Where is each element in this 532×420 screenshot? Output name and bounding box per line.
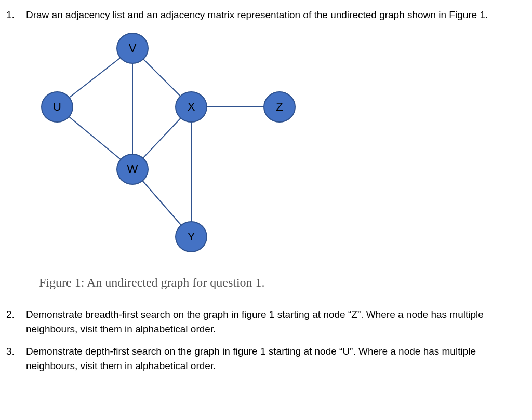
- node-u: U: [41, 91, 73, 123]
- question-number: 3.: [5, 344, 26, 374]
- question-1: 1. Draw an adjacency list and an adjacen…: [5, 8, 524, 23]
- question-2: 2. Demonstrate breadth-first search on t…: [5, 307, 524, 337]
- graph-edges: [26, 30, 317, 259]
- question-number: 1.: [5, 8, 26, 23]
- question-text: Demonstrate depth-first search on the gr…: [26, 344, 524, 374]
- node-x: X: [175, 91, 207, 123]
- figure-caption: Figure 1: An undirected graph for questi…: [39, 273, 524, 292]
- node-y: Y: [175, 221, 207, 252]
- question-text: Demonstrate breadth-first search on the …: [26, 307, 524, 337]
- node-z: Z: [263, 91, 296, 123]
- question-text: Draw an adjacency list and an adjacency …: [26, 8, 524, 23]
- node-v: V: [116, 33, 149, 64]
- node-w: W: [116, 154, 149, 185]
- question-number: 2.: [5, 307, 26, 337]
- question-3: 3. Demonstrate depth-first search on the…: [5, 344, 524, 374]
- graph-figure: U V W X Y Z: [26, 30, 317, 259]
